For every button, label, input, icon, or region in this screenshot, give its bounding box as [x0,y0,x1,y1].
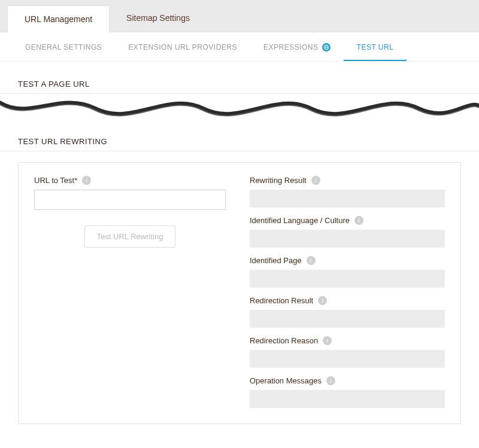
info-icon[interactable]: i [323,336,332,345]
identified-page-value [250,270,445,288]
info-icon[interactable]: i [354,216,363,225]
tab-sitemap-settings[interactable]: Sitemap Settings [110,5,207,32]
rewriting-result-value [250,190,445,208]
panel-right: Rewriting Result i Identified Language /… [250,176,445,408]
operation-messages-label: Operation Messages [250,376,322,385]
url-to-test-input[interactable] [34,190,226,210]
subtab-general-settings[interactable]: GENERAL SETTINGS [12,32,115,61]
identified-language-culture-value [250,230,445,248]
identified-page-field: Identified Page i [250,256,445,288]
identified-language-culture-field: Identified Language / Culture i [250,216,445,248]
url-to-test-label: URL to Test* [34,176,77,185]
identified-language-culture-label-row: Identified Language / Culture i [250,216,445,225]
redirection-result-label: Redirection Result [250,296,313,305]
tab-url-management[interactable]: URL Management [7,5,110,32]
top-tabs: URL Management Sitemap Settings [0,0,479,32]
rewriting-result-field: Rewriting Result i [250,176,445,208]
section-test-page-url: TEST A PAGE URL [0,62,479,94]
info-icon[interactable]: i [318,296,327,305]
info-icon[interactable]: i [326,376,335,385]
redirection-reason-field: Redirection Reason i [250,336,445,368]
rewriting-result-label-row: Rewriting Result i [250,176,445,185]
test-url-rewriting-button[interactable]: Test URL Rewriting [84,225,176,248]
identified-page-label-row: Identified Page i [250,256,445,265]
info-icon[interactable]: i [307,256,316,265]
identified-language-culture-label: Identified Language / Culture [250,216,350,225]
content-truncation-wave [0,94,479,124]
operation-messages-label-row: Operation Messages i [250,376,445,385]
url-to-test-label-row: URL to Test* i [34,176,226,185]
redirection-reason-label-row: Redirection Reason i [250,336,445,345]
redirection-reason-label: Redirection Reason [250,336,318,345]
operation-messages-value [250,390,445,408]
redirection-result-label-row: Redirection Result i [250,296,445,305]
operation-messages-field: Operation Messages i [250,376,445,408]
info-icon[interactable]: i [311,176,320,185]
subtab-expressions-label: EXPRESSIONS [263,43,319,51]
info-icon[interactable]: i [82,176,91,185]
test-url-rewriting-panel: URL to Test* i Test URL Rewriting Rewrit… [18,162,461,424]
subtab-test-url[interactable]: TEST URL [344,32,407,61]
rewriting-result-label: Rewriting Result [250,176,307,185]
section-test-url-rewriting: TEST URL REWRITING [0,124,479,151]
redirection-reason-value [250,350,445,368]
identified-page-label: Identified Page [250,256,302,265]
panel-left: URL to Test* i Test URL Rewriting [34,176,226,408]
subtab-extension-url-providers[interactable]: EXTENSION URL PROVIDERS [115,32,250,61]
redirection-result-value [250,310,445,328]
subtab-expressions[interactable]: EXPRESSIONS [250,32,344,61]
redirection-result-field: Redirection Result i [250,296,445,328]
sub-tabs: GENERAL SETTINGS EXTENSION URL PROVIDERS… [0,32,479,62]
globe-icon [322,43,331,51]
